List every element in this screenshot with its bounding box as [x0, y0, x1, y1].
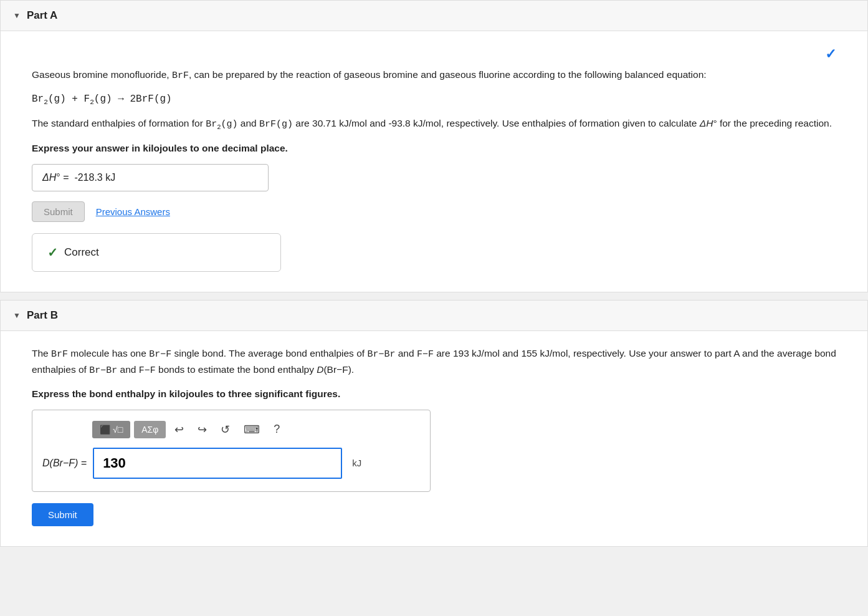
- part-b-math-label: D(Br−F) =: [42, 458, 87, 469]
- part-b-undo-btn[interactable]: ↩: [169, 420, 189, 439]
- page-container: ▼ Part A ✓ Gaseous bromine monofluoride,…: [0, 0, 868, 547]
- part-b-unit: kJ: [352, 458, 361, 468]
- part-a-checkmark-container: ✓: [32, 46, 836, 62]
- template-icon: ⬛: [100, 425, 110, 435]
- part-b-refresh-btn[interactable]: ↺: [216, 420, 235, 439]
- part-b-input-row: D(Br−F) = kJ: [42, 448, 420, 479]
- part-a-submit-button[interactable]: Submit: [32, 201, 85, 222]
- part-b-toolbar: ⬛ √□ ΑΣφ ↩ ↪ ↺ ⌨ ?: [42, 420, 420, 439]
- part-b-express-text: Express the bond enthalpy in kilojoules …: [32, 388, 836, 400]
- part-b-math-editor: ⬛ √□ ΑΣφ ↩ ↪ ↺ ⌨ ? D(Br−F) = kJ: [32, 410, 431, 492]
- part-b-section: ▼ Part B The BrF molecule has one Br−F s…: [0, 300, 868, 547]
- part-a-header[interactable]: ▼ Part A: [1, 1, 867, 31]
- part-a-problem-text1: Gaseous bromine monofluoride, BrF, can b…: [32, 67, 836, 84]
- part-a-answer-label: ΔH° =: [42, 172, 74, 183]
- part-a-express-text: Express your answer in kilojoules to one…: [32, 143, 836, 154]
- part-a-content: ✓ Gaseous bromine monofluoride, BrF, can…: [1, 31, 867, 292]
- part-a-title: Part A: [27, 9, 57, 22]
- part-a-answer-value: -218.3 kJ: [74, 172, 115, 183]
- part-a-section: ▼ Part A ✓ Gaseous bromine monofluoride,…: [0, 0, 868, 292]
- part-b-arrow-icon: ▼: [13, 311, 21, 320]
- correct-label: Correct: [64, 246, 99, 259]
- part-b-help-btn[interactable]: ?: [269, 420, 285, 438]
- part-b-content: The BrF molecule has one Br−F single bon…: [1, 331, 867, 546]
- part-b-redo-btn[interactable]: ↪: [193, 420, 212, 439]
- part-b-title: Part B: [27, 309, 58, 322]
- correct-check-icon: ✓: [47, 245, 58, 260]
- part-a-correct-check-icon: ✓: [825, 46, 836, 62]
- part-b-submit-button[interactable]: Submit: [32, 503, 93, 526]
- part-a-submit-row: Submit Previous Answers: [32, 201, 836, 222]
- part-a-correct-box: ✓ Correct: [32, 233, 281, 272]
- part-b-greek-btn[interactable]: ΑΣφ: [134, 421, 166, 438]
- part-b-math-input[interactable]: [93, 448, 342, 479]
- part-a-arrow-icon: ▼: [13, 11, 21, 20]
- part-b-template-btn[interactable]: ⬛ √□: [92, 421, 130, 438]
- part-a-equation: Br2(g) + F2(g) → 2BrF(g): [32, 94, 836, 106]
- part-b-keyboard-btn[interactable]: ⌨: [239, 420, 265, 439]
- part-a-answer-box: ΔH° = -218.3 kJ: [32, 164, 269, 191]
- sqrt-icon: √□: [113, 425, 123, 435]
- part-a-prev-answers-link[interactable]: Previous Answers: [96, 206, 170, 217]
- part-b-header[interactable]: ▼ Part B: [1, 301, 867, 331]
- part-a-problem-text2: The standard enthalpies of formation for…: [32, 116, 836, 133]
- part-b-problem-text1: The BrF molecule has one Br−F single bon…: [32, 346, 836, 378]
